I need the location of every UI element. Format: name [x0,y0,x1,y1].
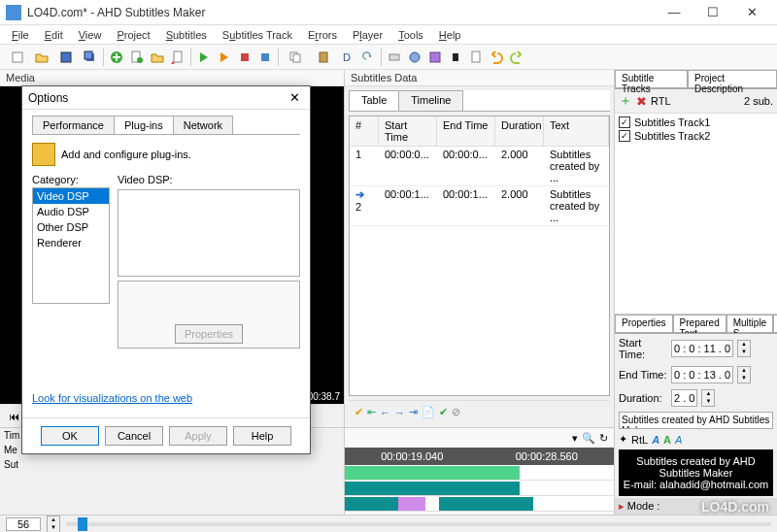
table-row[interactable]: ➔ 2 00:00:1... 00:00:1... 2.000 Subtitle… [350,186,609,226]
dlg-tab-network[interactable]: Network [173,116,233,134]
subtitle-table[interactable]: # Start Time End Time Duration Text 1 00… [349,116,610,396]
tab-subtitle-tracks[interactable]: Subtitle Tracks [615,70,688,88]
rtl-toggle[interactable]: RTL [651,95,671,107]
table-row[interactable]: 1 00:00:0... 00:00:0... 2.000 Subtitles … [350,147,609,186]
tb-d-icon[interactable]: D [338,48,357,67]
tb-export[interactable] [168,48,187,67]
duration-input[interactable]: 2 . 0 [671,389,697,407]
minimize-button[interactable]: — [655,0,693,25]
duration-spinner[interactable]: ▲▼ [701,389,715,407]
dialog-close-button[interactable]: ✕ [285,90,304,105]
track-item[interactable]: ✓ Subtitles Track2 [619,129,773,143]
menu-help[interactable]: Help [431,27,469,43]
font-a-icon[interactable]: A [652,434,659,446]
timeline-clip[interactable] [345,482,520,495]
tb-misc1[interactable] [385,48,404,67]
menu-edit[interactable]: Edit [37,27,71,43]
timeline-clip[interactable] [398,497,425,511]
tb-doc3[interactable] [466,48,486,67]
menu-file[interactable]: File [4,27,37,43]
tab-multiple[interactable]: Multiple S [726,315,773,333]
tb-orange-right[interactable] [215,48,234,67]
zoom-spinner[interactable]: ▲▼ [47,515,60,533]
dsp-properties-button[interactable]: Properties [175,324,243,344]
track-checkbox[interactable]: ✓ [619,116,630,128]
tab-project-desc[interactable]: Project Description [688,70,777,88]
sb-next-icon[interactable]: → [394,407,405,418]
tl-refresh-icon[interactable]: ↻ [599,432,608,445]
track-item[interactable]: ✓ Subtitles Track1 [619,116,773,129]
sb-doc-icon[interactable]: 📄 [422,406,435,418]
timeline-track-3[interactable] [345,496,614,512]
sb-last-icon[interactable]: ⇥ [409,406,418,418]
font-a3-icon[interactable]: A [675,434,682,446]
tb-paste[interactable] [310,48,337,67]
font-a2-icon[interactable]: A [663,434,671,446]
tb-sync[interactable] [358,48,378,67]
th-dur[interactable]: Duration [495,116,544,146]
end-time-spinner[interactable]: ▲▼ [737,366,751,383]
sb-check-icon[interactable]: ✔ [355,406,363,418]
sb-ok-icon[interactable]: ✔ [439,406,448,418]
maximize-button[interactable]: ☐ [693,0,732,25]
subtitle-text-input[interactable]: Subtitles created by AHD Subtitles Mak [619,412,773,429]
menu-subtitles[interactable]: Subtitles [158,27,215,43]
tl-zoom-in-icon[interactable]: 🔍 [582,432,595,445]
tb-doc-add[interactable] [127,48,147,67]
menu-player[interactable]: Player [345,27,390,43]
start-time-input[interactable]: 0 : 0 : 11 . 0 [671,340,733,357]
tb-undo[interactable] [487,48,506,67]
timeline-clip[interactable] [345,466,520,480]
visualizations-link[interactable]: Look for visualizations on the web [32,392,300,404]
dsp-list[interactable] [118,189,300,277]
zoom-slider[interactable] [66,522,771,526]
tb-new-project[interactable] [4,48,31,67]
tab-table[interactable]: Table [349,90,399,111]
tab-timeline[interactable]: Timeline [398,90,463,111]
end-time-input[interactable]: 0 : 0 : 13 . 0 [671,366,733,383]
tb-save-all[interactable] [81,48,100,67]
tb-save[interactable] [52,48,80,67]
add-track-icon[interactable]: ＋ [619,92,632,110]
tb-misc3[interactable] [425,48,445,67]
menu-view[interactable]: View [71,27,110,43]
menu-subtitles-track[interactable]: Subtitles Track [215,27,300,43]
menu-project[interactable]: Project [109,27,157,43]
category-item[interactable]: Renderer [33,235,109,250]
sb-prev-icon[interactable]: ← [380,407,390,418]
rtl-format[interactable]: RtL [631,434,648,446]
category-item[interactable]: Audio DSP [33,204,109,219]
th-end[interactable]: End Time [437,116,495,146]
insert-icon[interactable]: ✦ [619,433,627,446]
timeline-track-1[interactable] [345,465,614,481]
tb-folder2[interactable] [148,48,167,67]
tb-t2[interactable] [255,48,275,67]
tb-film[interactable] [446,48,465,67]
sb-first-icon[interactable]: ⇤ [367,406,376,418]
tb-open[interactable] [32,48,51,67]
ok-button[interactable]: OK [41,426,99,446]
category-item[interactable]: Video DSP [33,188,109,204]
timeline-track-2[interactable] [345,481,614,496]
zoom-thumb[interactable] [78,517,87,531]
tab-scroll[interactable]: ◂ ▸ [773,315,777,333]
tl-dropdown[interactable]: ▾ [572,432,578,445]
zoom-value[interactable]: 56 [6,517,41,531]
help-button[interactable]: Help [233,426,291,446]
th-text[interactable]: Text [544,116,609,146]
menu-errors[interactable]: Errors [300,27,345,43]
tb-misc2[interactable] [405,48,424,67]
start-time-spinner[interactable]: ▲▼ [737,340,751,357]
tb-add[interactable] [107,48,126,67]
tb-t1[interactable] [235,48,254,67]
tab-properties[interactable]: Properties [615,315,673,333]
timeline-clip[interactable] [439,497,533,511]
tab-prepared-text[interactable]: Prepared Text [673,315,726,333]
apply-button[interactable]: Apply [169,426,227,446]
tb-redo[interactable] [507,48,526,67]
media-prev[interactable]: ⏮ [4,407,23,426]
tb-copy[interactable] [282,48,309,67]
dlg-tab-performance[interactable]: Performance [32,116,115,134]
close-button[interactable]: ✕ [732,0,771,25]
left-stub-sut[interactable]: Sut [0,457,344,472]
